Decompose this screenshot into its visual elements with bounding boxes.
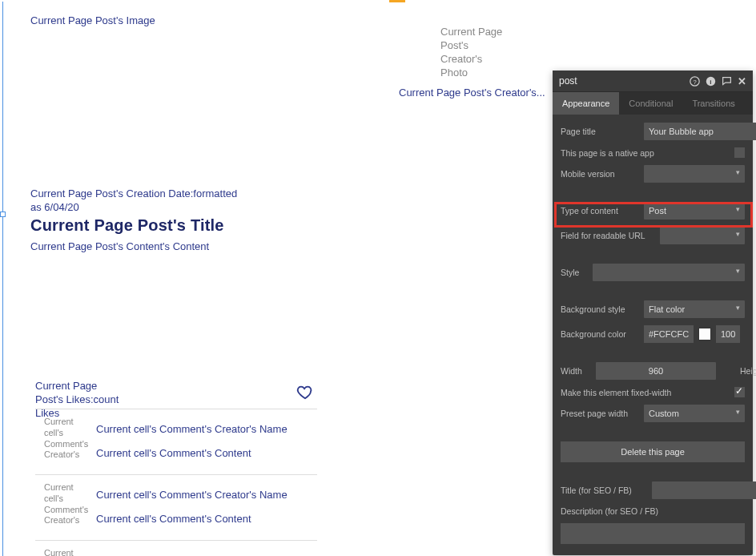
svg-text:i: i — [710, 78, 711, 85]
comment-content-placeholder[interactable]: Current cell's Comment's Content — [96, 447, 251, 459]
page-title-label: Page title — [561, 127, 637, 136]
type-of-content-value: Post — [649, 206, 666, 216]
tab-appearance[interactable]: Appearance — [553, 92, 619, 115]
delete-page-button[interactable]: Delete this page — [561, 441, 745, 462]
comment-creator-photo-placeholder[interactable]: Current cell's Comment's Creator's — [44, 482, 90, 526]
page-title-input[interactable] — [644, 123, 756, 140]
divider — [35, 409, 317, 409]
post-content-placeholder[interactable]: Current Page Post's Content's Content — [30, 240, 209, 254]
type-of-content-label: Type of content — [561, 206, 637, 216]
creator-name-placeholder[interactable]: Current Page Post's Creator's... — [399, 87, 545, 100]
post-title-placeholder[interactable]: Current Page Post's Title — [30, 215, 224, 236]
seo-desc-label: Description (for SEO / FB) — [561, 506, 745, 516]
comment-content-placeholder[interactable]: Current cell's Comment's Content — [96, 513, 251, 525]
post-date-placeholder[interactable]: Current Page Post's Creation Date:format… — [30, 187, 239, 215]
divider — [35, 540, 317, 541]
preset-width-select[interactable]: Custom — [644, 405, 745, 422]
preset-width-value: Custom — [649, 409, 679, 418]
readable-url-label: Field for readable URL — [561, 231, 653, 240]
post-likes-placeholder[interactable]: Current Page Post's Likes:count Likes — [35, 380, 123, 421]
preset-width-label: Preset page width — [561, 409, 637, 418]
mobile-version-label: Mobile version — [561, 169, 637, 179]
close-icon[interactable]: ✕ — [738, 76, 746, 87]
seo-title-input[interactable] — [652, 481, 756, 499]
bg-style-label: Background style — [561, 304, 637, 314]
seo-desc-input[interactable] — [561, 523, 745, 544]
native-app-checkbox[interactable] — [734, 147, 745, 158]
comment-creator-photo-placeholder[interactable]: Current cell's Comment's Creator's — [44, 417, 90, 461]
bg-color-hex[interactable]: #FCFCFC — [644, 325, 694, 343]
fixed-width-checkbox[interactable] — [734, 387, 745, 397]
svg-text:?: ? — [693, 78, 697, 85]
seo-title-label: Title (for SEO / FB) — [561, 485, 645, 495]
comment-creator-name-placeholder[interactable]: Current cell's Comment's Creator's Name — [96, 489, 288, 501]
info-icon[interactable]: i — [706, 76, 716, 87]
width-input[interactable] — [596, 362, 716, 380]
readable-url-select[interactable] — [660, 227, 745, 244]
creator-photo-placeholder[interactable]: Current Page Post's Creator's Photo — [440, 26, 505, 80]
bg-color-alpha[interactable]: 100 — [716, 325, 740, 343]
bg-color-swatch[interactable] — [698, 328, 711, 340]
tab-conditional[interactable]: Conditional — [619, 92, 682, 115]
canvas-left-edge — [2, 2, 3, 556]
type-of-content-select[interactable]: Post — [644, 202, 745, 220]
fixed-width-label: Make this element fixed-width — [561, 388, 671, 397]
help-icon[interactable]: ? — [690, 76, 700, 87]
height-label: Height — [740, 366, 756, 376]
post-image-placeholder[interactable]: Current Page Post's Image — [30, 14, 155, 28]
mobile-version-select[interactable] — [644, 165, 745, 183]
divider — [35, 474, 317, 475]
properties-panel: post ? i ✕ Appearance Conditional Transi… — [553, 71, 753, 555]
panel-header[interactable]: post ? i ✕ — [553, 71, 753, 92]
tab-transitions[interactable]: Transitions — [682, 92, 744, 115]
native-app-label: This page is a native app — [561, 148, 654, 158]
comment-icon[interactable] — [722, 76, 732, 87]
width-label: Width — [561, 366, 589, 376]
panel-tabs: Appearance Conditional Transitions — [553, 92, 753, 115]
panel-element-name: post — [559, 75, 690, 87]
resize-handle-left[interactable] — [0, 212, 6, 217]
bg-style-select[interactable]: Flat color — [644, 300, 745, 318]
comment-creator-name-placeholder[interactable]: Current cell's Comment's Creator's Name — [96, 423, 288, 435]
style-label: Style — [561, 268, 586, 277]
selection-top-marker — [389, 0, 405, 2]
type-of-content-row: Type of content Post — [561, 202, 745, 220]
bg-style-value: Flat color — [649, 304, 685, 314]
comment-creator-photo-placeholder[interactable]: Current — [44, 548, 90, 556]
style-select[interactable] — [593, 264, 745, 281]
bg-color-label: Background color — [561, 329, 637, 339]
heart-icon[interactable] — [296, 383, 314, 401]
